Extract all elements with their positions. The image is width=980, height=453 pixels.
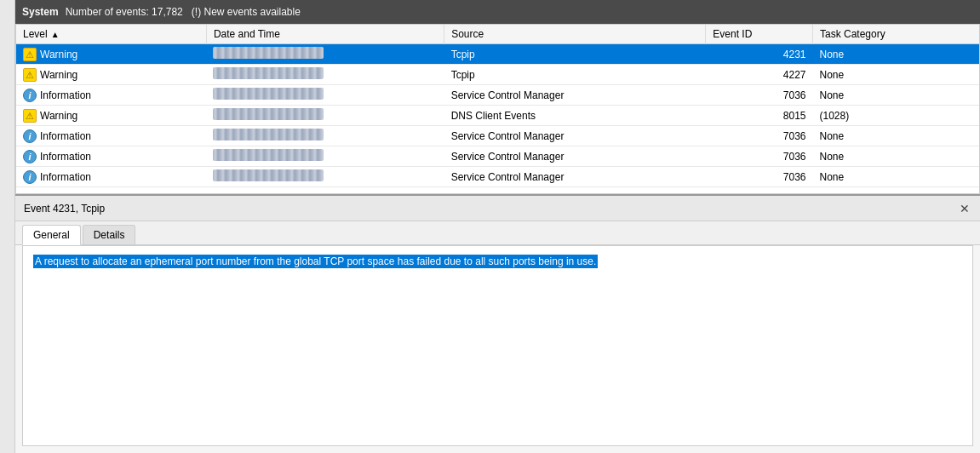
cell-source: Service Control Manager bbox=[444, 126, 706, 146]
cell-source: Service Control Manager bbox=[444, 167, 706, 187]
cell-datetime bbox=[206, 126, 444, 146]
tab-content-general: A request to allocate an ephemeral port … bbox=[22, 245, 973, 446]
level-text: Warning bbox=[40, 69, 77, 81]
datetime-blurred bbox=[213, 108, 324, 120]
cell-source: Service Control Manager bbox=[444, 85, 706, 106]
col-header-eventid[interactable]: Event ID bbox=[706, 25, 813, 44]
close-button[interactable]: ✕ bbox=[958, 202, 971, 215]
level-text: Information bbox=[40, 171, 91, 183]
datetime-blurred bbox=[213, 88, 324, 100]
table-row[interactable]: Warning DNS Client Events8015(1028) bbox=[16, 106, 979, 126]
cell-datetime bbox=[206, 65, 444, 85]
cell-eventid: 4227 bbox=[706, 65, 813, 85]
table-row[interactable]: Warning Tcpip4227None bbox=[16, 65, 979, 85]
cell-eventid: 7036 bbox=[706, 146, 813, 167]
table-row[interactable]: Information Service Control Manager7036N… bbox=[16, 126, 979, 146]
level-text: Information bbox=[40, 151, 91, 163]
table-row[interactable]: Warning Tcpip4231None bbox=[16, 44, 979, 65]
datetime-blurred bbox=[213, 67, 324, 79]
info-icon bbox=[23, 170, 37, 184]
event-message: A request to allocate an ephemeral port … bbox=[33, 255, 962, 269]
cell-datetime bbox=[206, 106, 444, 126]
cell-eventid: 7036 bbox=[706, 126, 813, 146]
datetime-blurred bbox=[213, 169, 324, 181]
cell-taskcategory: None bbox=[812, 126, 979, 146]
cell-taskcategory: (1028) bbox=[812, 106, 979, 126]
table-row[interactable]: Information Service Control Manager7036N… bbox=[16, 146, 979, 167]
level-text: Warning bbox=[40, 49, 77, 60]
cell-datetime bbox=[206, 146, 444, 167]
level-text: Information bbox=[40, 130, 91, 142]
datetime-blurred bbox=[213, 47, 324, 59]
table-header: Level▲ Date and Time Source Event ID Tas… bbox=[16, 25, 979, 44]
event-message-text: A request to allocate an ephemeral port … bbox=[33, 255, 598, 268]
cell-taskcategory: None bbox=[812, 85, 979, 106]
tab-details[interactable]: Details bbox=[83, 225, 136, 244]
cell-level: Warning bbox=[16, 65, 206, 85]
warning-icon bbox=[23, 109, 37, 123]
cell-eventid: 7036 bbox=[706, 85, 813, 106]
cell-source: DNS Client Events bbox=[444, 106, 706, 126]
events-table-container[interactable]: Level▲ Date and Time Source Event ID Tas… bbox=[15, 24, 980, 194]
cell-eventid: 8015 bbox=[706, 106, 813, 126]
table-row[interactable]: Information Service Control Manager7036N… bbox=[16, 85, 979, 106]
info-icon bbox=[23, 89, 37, 102]
level-text: Warning bbox=[40, 110, 77, 122]
details-header: Event 4231, Tcpip ✕ bbox=[15, 196, 980, 221]
cell-datetime bbox=[206, 167, 444, 187]
main-window: System Number of events: 17,782 (!) New … bbox=[0, 0, 980, 453]
cell-taskcategory: None bbox=[812, 44, 979, 65]
cell-datetime bbox=[206, 85, 444, 106]
cell-taskcategory: None bbox=[812, 146, 979, 167]
level-text: Information bbox=[40, 89, 91, 101]
cell-taskcategory: None bbox=[812, 167, 979, 187]
datetime-blurred bbox=[213, 129, 324, 140]
panel-system-label: System bbox=[22, 6, 59, 18]
cell-eventid: 7036 bbox=[706, 167, 813, 187]
col-header-level[interactable]: Level▲ bbox=[16, 25, 206, 44]
event-viewer-panel: System Number of events: 17,782 (!) New … bbox=[15, 0, 980, 196]
cell-level: Information bbox=[16, 167, 206, 187]
info-icon bbox=[23, 129, 37, 143]
table-body: Warning Tcpip4231NoneWarning Tcpip4227No… bbox=[16, 44, 979, 187]
tabs-bar: General Details bbox=[15, 221, 980, 245]
col-header-datetime[interactable]: Date and Time bbox=[206, 25, 444, 44]
cell-eventid: 4231 bbox=[706, 44, 813, 65]
cell-datetime bbox=[206, 44, 444, 65]
cell-level: Warning bbox=[16, 44, 206, 65]
panel-events-count: Number of events: 17,782 (!) New events … bbox=[66, 6, 301, 18]
side-bar bbox=[0, 0, 15, 453]
cell-level: Information bbox=[16, 126, 206, 146]
events-table: Level▲ Date and Time Source Event ID Tas… bbox=[16, 25, 979, 187]
table-row[interactable]: Information Service Control Manager7036N… bbox=[16, 167, 979, 187]
event-details-panel: Event 4231, Tcpip ✕ General Details A re… bbox=[15, 196, 980, 453]
cell-source: Service Control Manager bbox=[444, 146, 706, 167]
cell-level: Information bbox=[16, 85, 206, 106]
col-header-source[interactable]: Source bbox=[444, 25, 706, 44]
warning-icon bbox=[23, 48, 37, 61]
event-detail-title: Event 4231, Tcpip bbox=[24, 203, 105, 215]
content-area: System Number of events: 17,782 (!) New … bbox=[15, 0, 980, 453]
info-icon bbox=[23, 150, 37, 163]
panel-header: System Number of events: 17,782 (!) New … bbox=[15, 0, 980, 24]
cell-source: Tcpip bbox=[444, 44, 706, 65]
col-header-taskcategory[interactable]: Task Category bbox=[812, 25, 979, 44]
warning-icon bbox=[23, 68, 37, 82]
datetime-blurred bbox=[213, 149, 324, 161]
cell-taskcategory: None bbox=[812, 65, 979, 85]
cell-source: Tcpip bbox=[444, 65, 706, 85]
tab-general[interactable]: General bbox=[22, 225, 81, 245]
cell-level: Warning bbox=[16, 106, 206, 126]
cell-level: Information bbox=[16, 146, 206, 167]
